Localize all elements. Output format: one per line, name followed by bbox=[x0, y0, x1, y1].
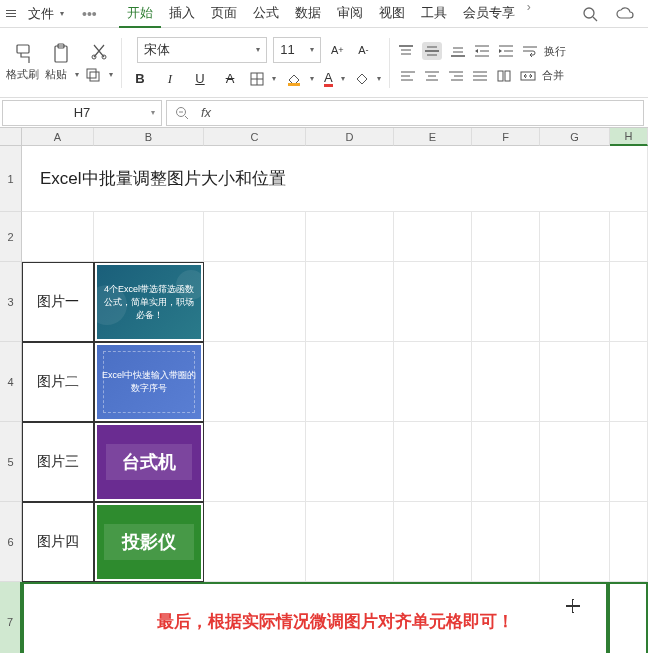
zoom-out-icon[interactable] bbox=[175, 106, 189, 120]
cloud-sync-icon[interactable] bbox=[616, 7, 634, 21]
row-header-2[interactable]: 2 bbox=[0, 212, 22, 262]
cell-image-1[interactable]: 4个Excel带选筛选函数公式，简单实用，职场必备！ bbox=[94, 262, 204, 342]
font-color-button[interactable]: A▾ bbox=[324, 71, 345, 87]
col-header-b[interactable]: B bbox=[94, 128, 204, 146]
cell[interactable] bbox=[540, 502, 610, 582]
cell[interactable] bbox=[610, 502, 648, 582]
align-middle-button[interactable] bbox=[422, 42, 442, 60]
cell[interactable] bbox=[472, 502, 540, 582]
cell[interactable] bbox=[204, 262, 306, 342]
orientation-icon[interactable] bbox=[496, 69, 512, 83]
strikethrough-button[interactable]: A bbox=[220, 69, 240, 89]
merge-button[interactable]: 合并 bbox=[520, 68, 564, 83]
cell[interactable] bbox=[610, 262, 648, 342]
col-header-g[interactable]: G bbox=[540, 128, 610, 146]
font-name-select[interactable]: 宋体 ▾ bbox=[137, 37, 267, 63]
paste-group[interactable]: 粘贴▾ bbox=[45, 43, 79, 82]
cell[interactable] bbox=[472, 262, 540, 342]
tab-review[interactable]: 审阅 bbox=[329, 0, 371, 28]
tab-insert[interactable]: 插入 bbox=[161, 0, 203, 28]
tabs-scroll-right-icon[interactable]: › bbox=[523, 0, 535, 28]
underline-button[interactable]: U bbox=[190, 69, 210, 89]
row-header-6[interactable]: 6 bbox=[0, 502, 22, 582]
decrease-font-icon[interactable]: A- bbox=[353, 40, 373, 60]
cell[interactable] bbox=[610, 212, 648, 262]
font-size-select[interactable]: 11 ▾ bbox=[273, 37, 321, 63]
cell-label-1[interactable]: 图片一 bbox=[22, 262, 94, 342]
highlight-button[interactable]: ▾ bbox=[355, 72, 381, 86]
align-justify-icon[interactable] bbox=[472, 69, 488, 83]
tab-formula[interactable]: 公式 bbox=[245, 0, 287, 28]
row-header-7[interactable]: 7 bbox=[0, 582, 22, 653]
cell[interactable] bbox=[22, 212, 94, 262]
fx-icon[interactable]: fx bbox=[201, 105, 211, 120]
col-header-c[interactable]: C bbox=[204, 128, 306, 146]
cell[interactable] bbox=[472, 422, 540, 502]
select-all-corner[interactable] bbox=[0, 128, 22, 146]
border-button[interactable]: ▾ bbox=[250, 72, 276, 86]
thumbnail-1[interactable]: 4个Excel带选筛选函数公式，简单实用，职场必备！ bbox=[97, 265, 201, 339]
cell-reference-input[interactable]: H7 ▾ bbox=[2, 100, 162, 126]
align-center-icon[interactable] bbox=[424, 69, 440, 83]
hamburger-icon[interactable] bbox=[4, 8, 18, 19]
thumbnail-2[interactable]: Excel中快速输入带圈的数字序号 bbox=[97, 345, 201, 419]
cell[interactable] bbox=[306, 262, 394, 342]
bold-button[interactable]: B bbox=[130, 69, 150, 89]
tab-data[interactable]: 数据 bbox=[287, 0, 329, 28]
align-top-icon[interactable] bbox=[398, 44, 414, 58]
cell[interactable] bbox=[472, 212, 540, 262]
tab-member[interactable]: 会员专享 bbox=[455, 0, 523, 28]
cell[interactable] bbox=[94, 212, 204, 262]
cell[interactable] bbox=[394, 212, 472, 262]
col-header-h[interactable]: H bbox=[610, 128, 648, 146]
copy-button[interactable]: ▾ bbox=[85, 67, 113, 83]
cell[interactable] bbox=[204, 422, 306, 502]
cell-image-2[interactable]: Excel中快速输入带圈的数字序号 bbox=[94, 342, 204, 422]
cell-label-4[interactable]: 图片四 bbox=[22, 502, 94, 582]
increase-font-icon[interactable]: A+ bbox=[327, 40, 347, 60]
cell[interactable] bbox=[472, 342, 540, 422]
cell[interactable] bbox=[204, 212, 306, 262]
align-left-icon[interactable] bbox=[400, 69, 416, 83]
cell[interactable] bbox=[610, 342, 648, 422]
cell[interactable] bbox=[610, 422, 648, 502]
row-header-1[interactable]: 1 bbox=[0, 146, 22, 212]
cell-image-4[interactable]: 投影仪 bbox=[94, 502, 204, 582]
cell[interactable] bbox=[394, 262, 472, 342]
fill-color-button[interactable]: ▾ bbox=[286, 72, 314, 86]
align-right-icon[interactable] bbox=[448, 69, 464, 83]
increase-indent-icon[interactable] bbox=[498, 44, 514, 58]
cell[interactable] bbox=[306, 212, 394, 262]
search-icon[interactable] bbox=[582, 6, 598, 22]
cell[interactable] bbox=[540, 422, 610, 502]
row-header-5[interactable]: 5 bbox=[0, 422, 22, 502]
col-header-d[interactable]: D bbox=[306, 128, 394, 146]
italic-button[interactable]: I bbox=[160, 69, 180, 89]
thumbnail-3[interactable]: 台式机 bbox=[97, 425, 201, 499]
tab-tools[interactable]: 工具 bbox=[413, 0, 455, 28]
col-header-e[interactable]: E bbox=[394, 128, 472, 146]
cell[interactable] bbox=[306, 502, 394, 582]
file-menu[interactable]: 文件 ▾ bbox=[24, 3, 68, 25]
cut-icon[interactable] bbox=[90, 43, 108, 61]
cell[interactable] bbox=[306, 342, 394, 422]
cell-title[interactable]: Excel中批量调整图片大小和位置 bbox=[22, 146, 648, 212]
decrease-indent-icon[interactable] bbox=[474, 44, 490, 58]
format-painter-group[interactable]: 格式刷 bbox=[6, 43, 39, 82]
tab-start[interactable]: 开始 bbox=[119, 0, 161, 28]
row-header-4[interactable]: 4 bbox=[0, 342, 22, 422]
tab-view[interactable]: 视图 bbox=[371, 0, 413, 28]
cell-final-note[interactable]: 最后，根据实际情况微调图片对齐单元格即可！ bbox=[22, 582, 610, 653]
align-bottom-icon[interactable] bbox=[450, 44, 466, 58]
tab-page[interactable]: 页面 bbox=[203, 0, 245, 28]
cell-image-3[interactable]: 台式机 bbox=[94, 422, 204, 502]
cell[interactable] bbox=[610, 582, 648, 653]
cell[interactable] bbox=[204, 342, 306, 422]
col-header-a[interactable]: A bbox=[22, 128, 94, 146]
cell[interactable] bbox=[540, 212, 610, 262]
cell[interactable] bbox=[306, 422, 394, 502]
col-header-f[interactable]: F bbox=[472, 128, 540, 146]
cell-label-3[interactable]: 图片三 bbox=[22, 422, 94, 502]
cell[interactable] bbox=[540, 342, 610, 422]
more-icon[interactable]: ••• bbox=[74, 6, 105, 22]
